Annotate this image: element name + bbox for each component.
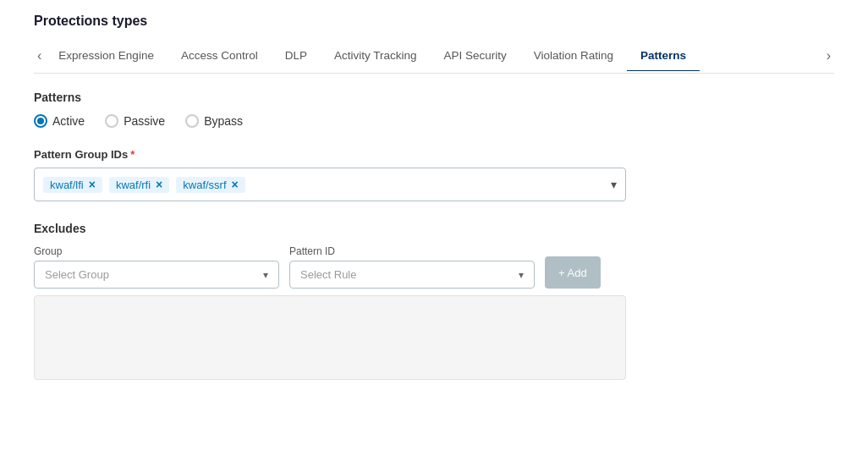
radio-passive-label: Passive: [124, 114, 165, 128]
tag-rfi-label: kwaf/rfi: [116, 179, 151, 191]
radio-circle-bypass: [185, 114, 199, 128]
select-rule-placeholder: Select Rule: [300, 268, 356, 281]
radio-bypass-label: Bypass: [204, 114, 243, 128]
tab-api-security[interactable]: API Security: [431, 41, 520, 71]
required-star: *: [130, 148, 135, 161]
radio-circle-active: [34, 114, 47, 128]
radio-bypass[interactable]: Bypass: [185, 114, 243, 128]
tag-rfi-remove[interactable]: ×: [156, 179, 162, 190]
tab-patterns[interactable]: Patterns: [627, 41, 700, 71]
empty-table-area: [34, 295, 626, 380]
radio-circle-passive: [105, 114, 118, 128]
main-container: Protections types ‹ Expression Engine Ac…: [0, 0, 868, 462]
tab-violation-rating[interactable]: Violation Rating: [520, 41, 627, 71]
tabs-list: Expression Engine Access Control DLP Act…: [45, 41, 822, 71]
select-rule-dropdown[interactable]: Select Rule ▾: [289, 261, 535, 289]
tag-lfi-label: kwaf/lfi: [50, 179, 84, 191]
pattern-group-field-label: Pattern Group IDs*: [34, 148, 834, 161]
tab-scroll-right[interactable]: ›: [823, 39, 834, 73]
radio-group: Active Passive Bypass: [34, 114, 834, 128]
radio-active-label: Active: [52, 114, 85, 128]
group-dropdown-chevron: ▾: [263, 269, 268, 281]
tab-scroll-left[interactable]: ‹: [34, 39, 45, 73]
rule-dropdown-chevron: ▾: [519, 269, 524, 281]
tag-lfi-remove[interactable]: ×: [89, 179, 96, 190]
radio-active[interactable]: Active: [34, 114, 85, 128]
tabs-wrapper: ‹ Expression Engine Access Control DLP A…: [34, 39, 834, 74]
select-group-dropdown[interactable]: Select Group ▾: [34, 261, 279, 289]
chevron-left-icon: ‹: [37, 48, 41, 63]
tag-ssrf-label: kwaf/ssrf: [183, 179, 226, 191]
tag-ssrf-remove[interactable]: ×: [232, 179, 239, 190]
pattern-id-col: Pattern ID Select Rule ▾: [289, 245, 535, 289]
tag-kwaf-ssrf: kwaf/ssrf ×: [176, 177, 244, 193]
tab-access-control[interactable]: Access Control: [168, 41, 272, 71]
tags-dropdown-icon[interactable]: ▾: [611, 178, 617, 191]
excludes-title: Excludes: [34, 222, 834, 235]
page-title: Protections types: [34, 14, 834, 29]
radio-passive[interactable]: Passive: [105, 114, 165, 128]
tag-kwaf-lfi: kwaf/lfi ×: [43, 177, 102, 193]
tab-expression-engine[interactable]: Expression Engine: [45, 41, 168, 71]
group-col-label: Group: [34, 245, 279, 257]
select-group-placeholder: Select Group: [45, 268, 109, 281]
chevron-right-icon: ›: [827, 48, 831, 63]
pattern-group-ids-input[interactable]: kwaf/lfi × kwaf/rfi × kwaf/ssrf × ▾: [34, 168, 626, 201]
pattern-id-col-label: Pattern ID: [289, 245, 535, 257]
add-button-label: + Add: [558, 267, 587, 279]
excludes-section: Excludes Group Select Group ▾ Pattern ID…: [34, 222, 834, 380]
tab-dlp[interactable]: DLP: [272, 41, 321, 71]
patterns-section-title: Patterns: [34, 91, 834, 104]
excludes-row: Group Select Group ▾ Pattern ID Select R…: [34, 245, 834, 289]
add-button[interactable]: + Add: [545, 256, 601, 289]
tag-kwaf-rfi: kwaf/rfi ×: [109, 177, 169, 193]
group-col: Group Select Group ▾: [34, 245, 279, 289]
tab-activity-tracking[interactable]: Activity Tracking: [321, 41, 431, 71]
